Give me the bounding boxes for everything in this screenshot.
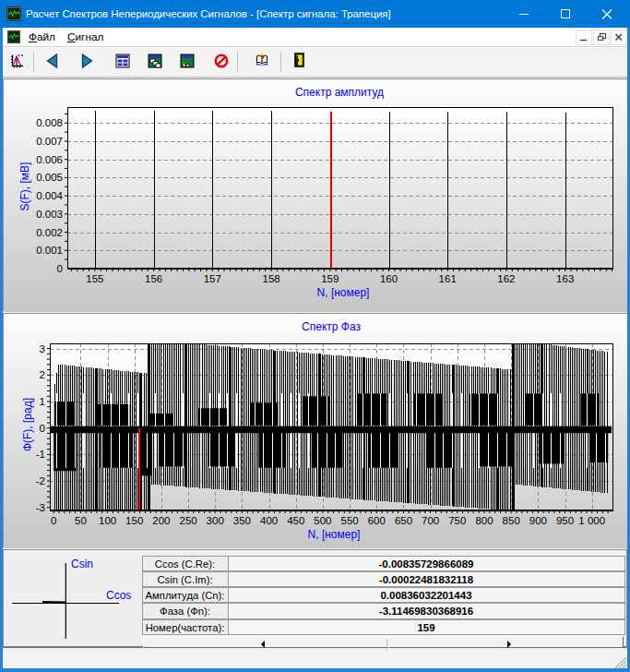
svg-text:400: 400 — [260, 515, 278, 526]
svg-text:-1: -1 — [36, 449, 45, 460]
svg-text:350: 350 — [233, 515, 251, 526]
svg-text:160: 160 — [380, 273, 398, 284]
svg-text:750: 750 — [448, 515, 466, 526]
svg-text:0.001: 0.001 — [36, 245, 63, 256]
svg-text:-3: -3 — [36, 502, 45, 513]
svg-text:N, [номер]: N, [номер] — [308, 528, 361, 541]
svg-text:0: 0 — [57, 263, 63, 274]
svg-text:0: 0 — [51, 515, 56, 526]
svg-text:250: 250 — [180, 515, 197, 526]
svg-text:0: 0 — [40, 423, 45, 434]
svg-text:-2: -2 — [36, 475, 45, 486]
svg-text:800: 800 — [475, 515, 493, 526]
svg-text:50: 50 — [75, 515, 87, 526]
svg-text:0.003: 0.003 — [36, 209, 63, 220]
svg-text:950: 950 — [556, 515, 574, 526]
svg-text:0.008: 0.008 — [36, 117, 63, 128]
svg-text:Csin: Csin — [71, 558, 93, 570]
svg-text:Ф(F), [рад]: Ф(F), [рад] — [21, 398, 34, 451]
svg-text:0.002: 0.002 — [36, 227, 63, 238]
svg-text:150: 150 — [125, 515, 143, 526]
svg-text:S(F), [мВ]: S(F), [мВ] — [18, 162, 31, 211]
svg-text:163: 163 — [556, 273, 574, 284]
svg-text:155: 155 — [86, 273, 103, 284]
svg-text:Спектр амплитуд: Спектр амплитуд — [295, 86, 384, 99]
svg-text:0.004: 0.004 — [36, 190, 63, 201]
svg-text:161: 161 — [439, 273, 457, 284]
svg-text:156: 156 — [145, 273, 162, 284]
svg-text:157: 157 — [204, 273, 221, 284]
svg-text:650: 650 — [395, 515, 412, 526]
svg-text:158: 158 — [263, 273, 280, 284]
svg-text:100: 100 — [99, 515, 116, 526]
svg-text:700: 700 — [422, 515, 439, 526]
svg-text:Ccos: Ccos — [106, 589, 131, 602]
svg-text:3: 3 — [40, 343, 45, 354]
svg-text:?: ? — [259, 53, 265, 64]
svg-text:300: 300 — [207, 515, 224, 526]
svg-text:550: 550 — [341, 515, 359, 526]
svg-text:200: 200 — [152, 515, 170, 526]
svg-text:1 000: 1 000 — [578, 515, 605, 526]
svg-text:159: 159 — [321, 273, 339, 284]
svg-text:0.005: 0.005 — [36, 172, 63, 183]
svg-text:0.006: 0.006 — [36, 154, 63, 165]
svg-text:850: 850 — [503, 515, 520, 526]
svg-text:162: 162 — [497, 273, 515, 284]
svg-text:Спектр Фаз: Спектр Фаз — [302, 320, 361, 333]
svg-text:0.007: 0.007 — [36, 136, 63, 147]
svg-text:900: 900 — [529, 515, 547, 526]
svg-text:1: 1 — [40, 396, 45, 407]
svg-text:2: 2 — [40, 369, 45, 380]
svg-text:500: 500 — [314, 515, 331, 526]
svg-text:N, [номер]: N, [номер] — [317, 286, 370, 299]
svg-text:600: 600 — [368, 515, 386, 526]
svg-text:450: 450 — [287, 515, 304, 526]
